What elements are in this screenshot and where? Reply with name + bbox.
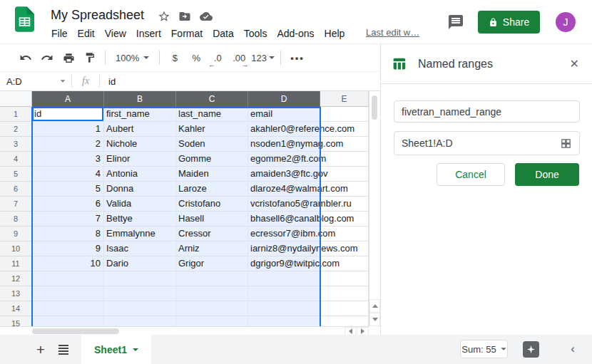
cell-E7[interactable] (320, 197, 369, 212)
column-header-c[interactable]: C (176, 91, 248, 107)
cell-A7[interactable]: 6 (32, 197, 104, 212)
cell-B5[interactable]: Antonia (104, 167, 176, 182)
cell-E12[interactable] (320, 271, 369, 286)
menu-insert[interactable]: Insert (136, 27, 162, 40)
cell-E8[interactable] (320, 212, 369, 227)
select-data-range-icon[interactable] (560, 137, 572, 150)
sheet-tab[interactable]: Sheet1 (81, 335, 151, 364)
cell-B13[interactable] (104, 286, 176, 301)
cell-D13[interactable] (248, 286, 320, 301)
paint-format-button[interactable] (81, 48, 99, 67)
cell-E5[interactable] (320, 167, 369, 182)
cell-D6[interactable]: dlaroze4@walmart.com (248, 182, 320, 197)
name-box[interactable]: A:D (0, 72, 71, 90)
cell-C11[interactable]: Grigor (176, 256, 248, 271)
cell-A11[interactable]: 10 (32, 256, 104, 271)
more-toolbar-button[interactable]: ••• (288, 48, 307, 67)
cell-C14[interactable] (176, 301, 248, 316)
cell-B14[interactable] (104, 301, 176, 316)
cell-A3[interactable]: 2 (32, 137, 104, 152)
cell-B1[interactable]: first_name (104, 107, 176, 122)
cell-A4[interactable]: 3 (32, 152, 104, 167)
menu-addons[interactable]: Add-ons (276, 27, 315, 40)
cloud-status-icon[interactable] (200, 10, 213, 23)
cell-D12[interactable] (248, 271, 320, 286)
move-to-folder-icon[interactable] (178, 10, 191, 23)
formula-input[interactable]: id (108, 76, 380, 87)
cell-B12[interactable] (104, 271, 176, 286)
row-header-5[interactable]: 5 (0, 167, 32, 182)
horizontal-scrollbar-thumb[interactable] (32, 328, 119, 334)
cell-E11[interactable] (320, 256, 369, 271)
row-header-2[interactable]: 2 (0, 122, 32, 137)
cell-E6[interactable] (320, 182, 369, 197)
cell-C4[interactable]: Gomme (176, 152, 248, 167)
vertical-scrollbar[interactable] (369, 91, 379, 326)
cell-B11[interactable]: Dario (104, 256, 176, 271)
cell-A8[interactable]: 7 (32, 212, 104, 227)
scroll-up-button[interactable] (369, 299, 380, 313)
cell-A5[interactable]: 4 (32, 167, 104, 182)
cell-C7[interactable]: Cristofano (176, 197, 248, 212)
row-header-12[interactable]: 12 (0, 271, 32, 286)
cell-C5[interactable]: Maiden (176, 167, 248, 182)
sum-badge[interactable]: Sum: 55 (460, 340, 508, 358)
add-sheet-button[interactable]: + (31, 340, 50, 359)
row-header-10[interactable]: 10 (0, 241, 32, 256)
zoom-select[interactable]: 100% (111, 48, 153, 67)
cell-C9[interactable]: Cressor (176, 227, 248, 241)
explore-button[interactable] (523, 341, 539, 358)
cell-A13[interactable] (32, 286, 104, 301)
cell-D10[interactable]: iarniz8@nydailynews.com (248, 241, 320, 256)
row-header-7[interactable]: 7 (0, 197, 32, 212)
row-header-9[interactable]: 9 (0, 227, 32, 241)
cell-B8[interactable]: Bettye (104, 212, 176, 227)
document-title[interactable]: My Spreadsheet (51, 8, 144, 23)
cell-E14[interactable] (320, 301, 369, 316)
row-header-11[interactable]: 11 (0, 256, 32, 271)
select-all-corner[interactable] (0, 91, 32, 107)
print-button[interactable] (59, 48, 78, 67)
increase-decimal-button[interactable]: .00 → (230, 48, 248, 67)
row-header-15[interactable]: 15 (0, 316, 32, 326)
row-header-1[interactable]: 1 (0, 107, 32, 122)
cell-E9[interactable] (320, 227, 369, 241)
comment-history-button[interactable] (447, 14, 464, 31)
column-header-a[interactable]: A (32, 91, 104, 107)
close-icon[interactable]: ✕ (570, 58, 579, 70)
avatar[interactable]: J (556, 12, 576, 32)
done-button[interactable]: Done (515, 163, 579, 186)
collapse-panel-button[interactable]: ‹ (566, 342, 580, 356)
scroll-down-button[interactable] (369, 313, 380, 326)
cell-B4[interactable]: Elinor (104, 152, 176, 167)
menu-data[interactable]: Data (212, 27, 235, 40)
last-edit-link[interactable]: Last edit w… (366, 27, 419, 38)
cell-D11[interactable]: dgrigor9@twitpic.com (248, 256, 320, 271)
cell-A6[interactable]: 5 (32, 182, 104, 197)
cell-C6[interactable]: Laroze (176, 182, 248, 197)
all-sheets-menu-button[interactable] (54, 340, 73, 359)
cell-E1[interactable] (320, 107, 369, 122)
cell-B3[interactable]: Nichole (104, 137, 176, 152)
redo-button[interactable] (38, 48, 56, 67)
cell-C13[interactable] (176, 286, 248, 301)
menu-edit[interactable]: Edit (77, 27, 96, 40)
menu-tools[interactable]: Tools (243, 27, 268, 40)
undo-button[interactable] (16, 48, 35, 67)
cell-A14[interactable] (32, 301, 104, 316)
cell-C2[interactable]: Kahler (176, 122, 248, 137)
cell-D4[interactable]: egomme2@ft.com (248, 152, 320, 167)
row-header-4[interactable]: 4 (0, 152, 32, 167)
cell-E3[interactable] (320, 137, 369, 152)
more-formats-button[interactable]: 123 (251, 48, 275, 67)
cell-D15[interactable] (248, 316, 320, 326)
row-header-6[interactable]: 6 (0, 182, 32, 197)
cell-B2[interactable]: Aubert (104, 122, 176, 137)
share-button[interactable]: Share (478, 11, 540, 33)
menu-file[interactable]: File (51, 27, 68, 40)
menu-view[interactable]: View (104, 27, 127, 40)
cell-D7[interactable]: vcristofano5@rambler.ru (248, 197, 320, 212)
cell-B15[interactable] (104, 316, 176, 326)
cancel-button[interactable]: Cancel (437, 163, 505, 186)
cell-C15[interactable] (176, 316, 248, 326)
